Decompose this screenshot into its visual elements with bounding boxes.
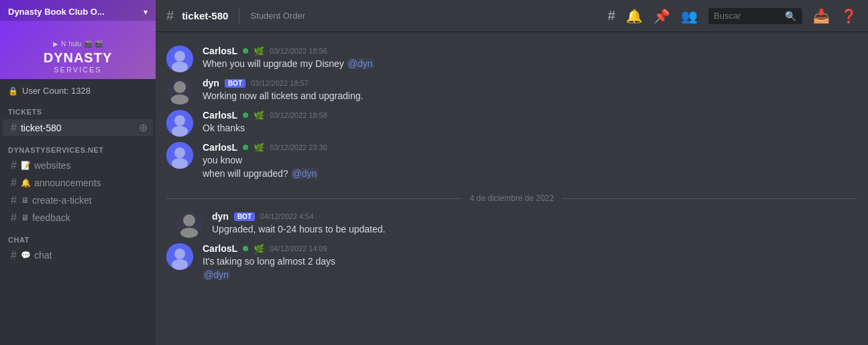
message-text: Ok thanks	[203, 122, 857, 135]
topbar-actions: # 🔔 📌 👥 🔍 📥 ❓	[608, 8, 857, 24]
message-text: When you will upgrade my Disney @dyn	[203, 58, 857, 71]
feedback-emoji: 🖥	[21, 213, 29, 222]
messages-area: CarlosL 🌿 03/12/2022 18:56 When you will…	[156, 32, 868, 345]
server-brand: DYNASTY	[44, 50, 113, 66]
message-author: CarlosL	[203, 142, 237, 153]
message-line1: you know	[203, 155, 242, 165]
message-group: CarlosL 🌿 03/12/2022 23:30 you know when…	[156, 139, 868, 183]
message-author: CarlosL	[203, 46, 237, 56]
message-timestamp: 03/12/2022 18:56	[270, 47, 327, 55]
message-header: CarlosL 🌿 03/12/2022 18:56	[203, 46, 857, 56]
message-author: dyn	[203, 78, 219, 88]
channel-name: websites	[34, 160, 70, 171]
bot-badge: BOT	[225, 79, 246, 88]
topbar-subtitle: Student Order	[250, 11, 305, 21]
message-group: ↩ ◀ 🔗 ID dyn BOT 04/12/2022 4:54	[156, 208, 868, 240]
message-timestamp: 03/12/2022 18:58	[270, 111, 327, 119]
help-icon[interactable]: ❓	[840, 8, 857, 24]
status-dot	[243, 48, 248, 54]
message-line1: It's taking so long almost 2 days	[203, 256, 335, 267]
search-input[interactable]	[714, 11, 781, 21]
inbox-icon[interactable]: 📥	[813, 8, 830, 24]
message-group: CarlosL 🌿 03/12/2022 18:58 Ok thanks	[156, 107, 868, 139]
status-dot	[243, 113, 248, 118]
section-dynastyservices: DYNASTYSERVICES.NET	[0, 137, 156, 157]
user-count: 🔒 User Count: 1328	[0, 79, 156, 98]
website-emoji: 📝	[21, 161, 31, 170]
topbar-channel-name: ticket-580	[182, 10, 228, 21]
channel-name: announcements	[34, 178, 101, 188]
search-box[interactable]: 🔍	[708, 8, 802, 24]
channel-name: feedback	[32, 212, 70, 223]
svg-point-10	[174, 147, 185, 158]
message-text: Working now all tickets and upgrading.	[203, 90, 857, 103]
svg-point-17	[172, 259, 188, 270]
message-author: CarlosL	[203, 243, 237, 254]
avatar	[166, 110, 193, 137]
section-chat: CHAT	[0, 226, 156, 247]
channel-ticket-580[interactable]: # ticket-580 ⊕	[3, 119, 153, 136]
hash-icon: #	[11, 122, 17, 134]
pin-icon[interactable]: 📌	[653, 8, 670, 24]
hash-icon: #	[11, 212, 17, 224]
channel-feedback[interactable]: # 🖥 feedback	[3, 210, 153, 226]
message-timestamp: 04/12/2022 4:54	[260, 212, 314, 220]
message-content: CarlosL 🌿 03/12/2022 18:58 Ok thanks	[203, 110, 857, 137]
svg-point-13	[183, 214, 195, 226]
mention: @dyn	[291, 168, 319, 179]
date-text: 4 de diciembre de 2022	[470, 194, 553, 203]
message-header: CarlosL 🌿 04/12/2022 14:09	[203, 243, 857, 254]
status-dot	[243, 246, 248, 251]
svg-point-16	[174, 249, 185, 259]
avatar	[166, 243, 193, 270]
hash-icon: #	[11, 249, 17, 261]
svg-point-2	[172, 62, 188, 72]
message-text: you know when will upgraded? @dyn	[203, 154, 857, 180]
chat-emoji: 💬	[21, 251, 31, 260]
message-group: dyn BOT 03/12/2022 18:57 Working now all…	[156, 75, 868, 107]
date-line-right	[562, 198, 857, 199]
message-timestamp: 03/12/2022 18:57	[251, 79, 309, 87]
channel-websites[interactable]: # 📝 websites	[3, 157, 153, 174]
avatar	[176, 211, 203, 238]
section-tickets: TICKETS	[0, 98, 156, 119]
status-dot	[243, 145, 248, 150]
mention: @dyn	[203, 269, 230, 280]
hash-action-icon[interactable]: #	[608, 8, 615, 23]
message-text: Upgraded, wait 0-24 hours to be updated.	[212, 223, 857, 236]
message-text: It's taking so long almost 2 days @dyn	[203, 255, 857, 281]
svg-point-8	[172, 126, 188, 137]
channel-create-a-ticket[interactable]: # 🖥 create-a-ticket	[3, 192, 153, 208]
message-header: dyn BOT 03/12/2022 18:57	[203, 78, 857, 88]
main-content: # ticket-580 Student Order # 🔔 📌 👥 🔍 📥 ❓	[156, 0, 868, 345]
add-icon[interactable]: ⊕	[139, 121, 148, 134]
boost-icon: 🌿	[254, 143, 264, 153]
message-header: CarlosL 🌿 03/12/2022 18:58	[203, 110, 857, 121]
message-group: CarlosL 🌿 04/12/2022 14:09 It's taking s…	[156, 240, 868, 284]
date-line-left	[166, 198, 462, 199]
hash-icon: #	[11, 194, 17, 206]
date-divider: 4 de diciembre de 2022	[156, 183, 868, 208]
server-header[interactable]: Dynasty Book Club O... ▾ ▶Nhulu🎬🎬 DYNAST…	[0, 0, 156, 79]
message-author: dyn	[212, 211, 229, 222]
server-logos: ▶Nhulu🎬🎬	[53, 40, 103, 48]
message-content: CarlosL 🌿 03/12/2022 23:30 you know when…	[203, 142, 857, 180]
boost-icon: 🌿	[254, 46, 264, 56]
members-icon[interactable]: 👥	[681, 8, 698, 24]
message-content: CarlosL 🌿 03/12/2022 18:56 When you will…	[203, 46, 857, 72]
channel-chat[interactable]: # 💬 chat	[3, 247, 153, 263]
bell-icon[interactable]: 🔔	[626, 8, 643, 24]
lock-icon: 🔒	[8, 86, 18, 96]
bell-emoji: 🔔	[21, 178, 31, 188]
message-header: CarlosL 🌿 03/12/2022 23:30	[203, 142, 857, 153]
channel-name: ticket-580	[21, 123, 62, 133]
channel-announcements[interactable]: # 🔔 announcements	[3, 175, 153, 191]
message-author: CarlosL	[203, 110, 237, 121]
message-content: dyn BOT 04/12/2022 4:54 Upgraded, wait 0…	[212, 211, 857, 238]
topbar-hash-icon: #	[166, 8, 174, 23]
avatar	[166, 142, 193, 169]
search-icon: 🔍	[785, 11, 796, 21]
channel-name: chat	[34, 250, 52, 261]
topbar-divider	[239, 8, 239, 24]
bot-badge: BOT	[234, 212, 255, 221]
